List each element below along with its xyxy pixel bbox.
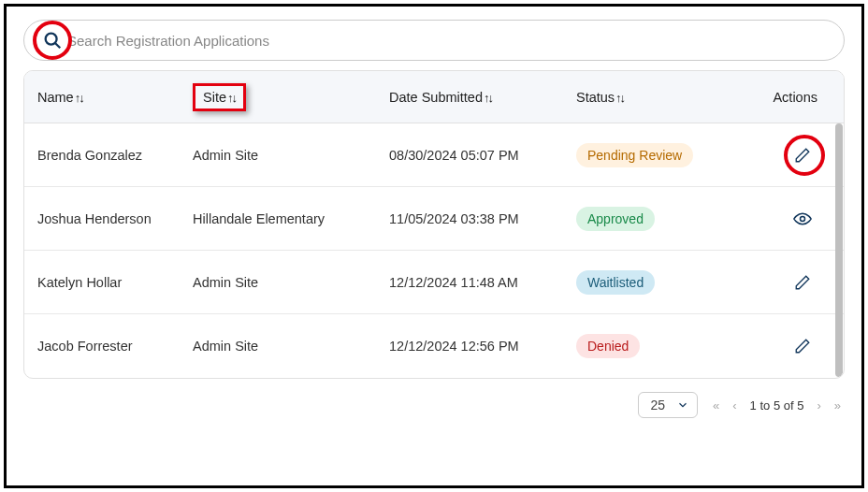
pager-prev[interactable]: ‹ <box>732 398 736 412</box>
svg-point-2 <box>801 216 805 221</box>
cell-status: Waitlisted <box>576 270 735 295</box>
page-size-value: 25 <box>650 398 665 412</box>
edit-button[interactable] <box>789 142 816 168</box>
cell-site: Admin Site <box>193 275 389 290</box>
cell-actions <box>735 269 844 296</box>
pencil-icon <box>794 274 811 291</box>
table-row: Jacob ForresterAdmin Site12/12/2024 12:5… <box>24 314 844 378</box>
table-row: Joshua HendersonHillandale Elementary11/… <box>24 187 844 251</box>
cell-date: 08/30/2024 05:07 PM <box>389 148 576 163</box>
column-header-actions-label: Actions <box>773 90 817 105</box>
sort-icon: ↑↓ <box>227 91 236 105</box>
cell-name: Brenda Gonzalez <box>24 148 193 163</box>
cell-site: Admin Site <box>193 339 389 354</box>
column-header-name-label: Name <box>37 90 74 105</box>
pager-first[interactable]: « <box>713 398 719 412</box>
site-header-highlight: Site↑↓ <box>193 83 246 111</box>
sort-icon: ↑↓ <box>615 91 624 105</box>
chevron-down-icon <box>676 398 689 412</box>
search-icon-highlight <box>33 21 72 60</box>
app-frame: Name↑↓ Site↑↓ Date Submitted↑↓ Status↑↓ … <box>4 4 864 488</box>
status-badge: Approved <box>576 207 655 231</box>
status-badge: Denied <box>576 334 640 358</box>
pencil-icon <box>794 338 811 355</box>
status-badge: Pending Review <box>576 143 693 167</box>
column-header-site[interactable]: Site↑↓ <box>193 83 389 111</box>
table-row: Katelyn HollarAdmin Site12/12/2024 11:48… <box>24 251 844 314</box>
status-badge: Waitlisted <box>576 270 655 295</box>
pager-range-text: 1 to 5 of 5 <box>750 398 804 412</box>
column-header-status[interactable]: Status↑↓ <box>576 90 735 105</box>
eye-icon <box>793 210 812 228</box>
pager-last[interactable]: » <box>834 398 841 412</box>
cell-name: Joshua Henderson <box>24 211 193 226</box>
applications-table: Name↑↓ Site↑↓ Date Submitted↑↓ Status↑↓ … <box>23 70 845 379</box>
cell-status: Approved <box>576 207 735 231</box>
page-size-select[interactable]: 25 <box>638 392 698 418</box>
cell-site: Hillandale Elementary <box>193 211 389 226</box>
column-header-actions: Actions <box>735 90 844 105</box>
edit-button[interactable] <box>789 333 816 359</box>
pencil-icon <box>794 147 811 164</box>
table-body: Brenda GonzalezAdmin Site08/30/2024 05:0… <box>24 123 844 378</box>
search-box[interactable] <box>23 20 845 61</box>
svg-point-0 <box>46 34 57 45</box>
cell-actions <box>735 142 844 168</box>
column-header-name[interactable]: Name↑↓ <box>24 90 193 105</box>
cell-actions <box>735 206 844 232</box>
search-input[interactable] <box>67 33 844 49</box>
view-button[interactable] <box>789 206 816 232</box>
svg-line-1 <box>55 43 60 48</box>
sort-icon: ↑↓ <box>75 91 83 105</box>
cell-name: Jacob Forrester <box>24 339 193 354</box>
cell-site: Admin Site <box>193 148 389 163</box>
scrollbar[interactable] <box>835 123 843 377</box>
pager-next[interactable]: › <box>817 398 820 412</box>
pager-controls: « ‹ 1 to 5 of 5 › » <box>713 398 841 412</box>
search-bar <box>23 20 845 61</box>
pagination: 25 « ‹ 1 to 5 of 5 › » <box>7 392 841 418</box>
table-row: Brenda GonzalezAdmin Site08/30/2024 05:0… <box>24 123 844 187</box>
cell-status: Denied <box>576 334 735 358</box>
cell-status: Pending Review <box>576 143 735 167</box>
cell-date: 11/05/2024 03:38 PM <box>389 211 576 226</box>
cell-name: Katelyn Hollar <box>24 275 193 290</box>
cell-date: 12/12/2024 11:48 AM <box>389 275 576 290</box>
column-header-date[interactable]: Date Submitted↑↓ <box>389 90 576 105</box>
table-header-row: Name↑↓ Site↑↓ Date Submitted↑↓ Status↑↓ … <box>24 71 844 123</box>
edit-button[interactable] <box>789 269 816 296</box>
column-header-date-label: Date Submitted <box>389 90 483 105</box>
cell-actions <box>735 333 844 359</box>
search-icon[interactable] <box>42 30 63 51</box>
column-header-site-label: Site <box>203 90 226 105</box>
sort-icon: ↑↓ <box>484 91 492 105</box>
cell-date: 12/12/2024 12:56 PM <box>389 339 576 354</box>
column-header-status-label: Status <box>576 90 615 105</box>
